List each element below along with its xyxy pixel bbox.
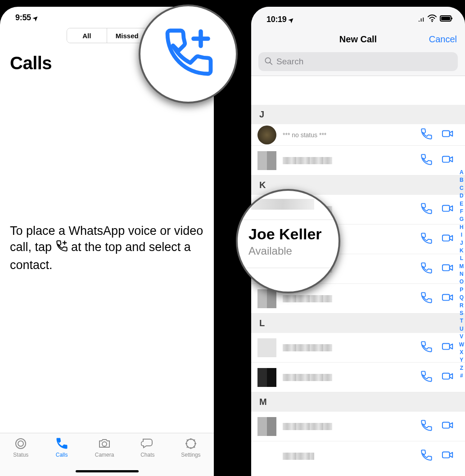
tab-settings[interactable]: Settings <box>181 437 200 458</box>
status-bar: 10:19 ➤ .ıl <box>251 7 465 29</box>
tab-status[interactable]: Status <box>13 437 28 458</box>
voice-call-icon[interactable] <box>420 128 433 142</box>
cancel-button[interactable]: Cancel <box>429 34 457 45</box>
index-letter[interactable]: P <box>460 286 463 294</box>
index-letter[interactable]: Y <box>460 356 463 364</box>
contact-row[interactable] <box>251 333 465 363</box>
voice-call-icon[interactable] <box>420 341 433 355</box>
avatar <box>257 368 276 387</box>
index-letter[interactable]: L <box>460 255 463 262</box>
index-letter[interactable]: B <box>460 176 464 184</box>
alphabet-index[interactable]: ABCDEFGHIJKLMNOPQRSTUVWXYZ# <box>459 169 464 380</box>
avatar <box>257 417 276 436</box>
home-indicator[interactable] <box>76 470 139 472</box>
contact-row[interactable] <box>251 363 465 392</box>
video-call-icon[interactable] <box>442 202 454 217</box>
voice-call-icon[interactable] <box>420 202 433 217</box>
tab-label: Status <box>13 452 28 458</box>
index-letter[interactable]: S <box>460 310 463 317</box>
contact-row[interactable] <box>251 441 465 471</box>
contact-name-redacted <box>251 199 314 210</box>
voice-call-icon[interactable] <box>420 419 433 434</box>
contact-row[interactable] <box>251 146 465 175</box>
avatar <box>257 289 276 308</box>
index-letter[interactable]: D <box>460 192 464 200</box>
tab-camera[interactable]: Camera <box>95 437 114 458</box>
index-letter[interactable]: H <box>460 224 464 231</box>
tab-label: Camera <box>95 452 114 458</box>
contact-name[interactable]: Joe Keller <box>248 225 322 243</box>
modal-title: New Call <box>339 34 377 45</box>
status-time: 10:19 <box>266 15 287 24</box>
battery-icon <box>440 13 453 26</box>
index-letter[interactable]: Z <box>460 364 463 372</box>
index-letter[interactable]: X <box>460 349 463 356</box>
index-letter[interactable]: A <box>460 169 464 176</box>
index-letter[interactable]: T <box>460 317 463 325</box>
index-letter[interactable]: O <box>460 278 464 286</box>
index-letter[interactable]: R <box>460 302 464 310</box>
index-letter[interactable]: M <box>459 263 464 270</box>
callout-contact: Joe Keller Available <box>236 189 340 293</box>
contact-row[interactable]: *** no status *** <box>251 124 465 146</box>
search-input[interactable]: Search <box>258 52 458 71</box>
contact-row[interactable] <box>251 412 465 441</box>
index-letter[interactable]: Q <box>460 294 464 301</box>
search-placeholder: Search <box>276 57 303 67</box>
video-call-icon[interactable] <box>442 262 454 276</box>
contact-name-redacted <box>283 453 314 460</box>
contact-name-redacted <box>283 344 332 351</box>
video-call-icon[interactable] <box>442 232 454 247</box>
index-letter[interactable]: # <box>460 372 463 380</box>
video-call-icon[interactable] <box>442 292 454 306</box>
avatar <box>257 338 276 357</box>
voice-call-icon[interactable] <box>420 153 433 168</box>
empty-state-help: To place a WhatsApp voice or video call,… <box>10 223 204 273</box>
section-header-l: L <box>251 314 465 333</box>
calls-filter-segmented[interactable]: All Missed <box>67 28 148 43</box>
tab-label: Chats <box>140 452 154 458</box>
voice-call-icon[interactable] <box>420 449 433 463</box>
video-call-icon[interactable] <box>442 341 454 355</box>
voice-call-icon[interactable] <box>420 292 433 306</box>
video-call-icon[interactable] <box>442 153 454 168</box>
voice-call-icon[interactable] <box>420 262 433 276</box>
index-letter[interactable]: F <box>460 208 463 216</box>
contact-name-redacted <box>283 423 332 430</box>
section-header-m: M <box>251 392 465 412</box>
index-letter[interactable]: G <box>460 216 464 223</box>
voice-call-icon[interactable] <box>420 232 433 247</box>
video-call-icon[interactable] <box>442 370 454 385</box>
avatar <box>257 126 276 144</box>
contact-name-redacted <box>283 374 332 381</box>
index-letter[interactable]: N <box>460 270 464 278</box>
video-call-icon[interactable] <box>442 449 454 463</box>
new-call-icon[interactable] <box>161 26 215 82</box>
tab-label: Settings <box>181 452 200 458</box>
location-arrow-icon: ➤ <box>31 13 40 22</box>
index-letter[interactable]: I <box>461 231 462 239</box>
index-letter[interactable]: C <box>460 184 464 192</box>
index-letter[interactable]: V <box>460 333 463 341</box>
tab-calls[interactable]: Calls <box>55 437 68 458</box>
index-letter[interactable]: U <box>460 325 464 333</box>
index-letter[interactable]: J <box>460 239 463 247</box>
avatar <box>257 151 276 170</box>
index-letter[interactable]: K <box>460 247 464 255</box>
segment-all[interactable]: All <box>67 28 108 43</box>
tab-label: Calls <box>56 452 68 458</box>
tab-chats[interactable]: Chats <box>140 437 154 458</box>
voice-call-icon[interactable] <box>420 370 433 385</box>
contact-status: *** no status *** <box>283 131 420 139</box>
index-letter[interactable]: E <box>460 200 463 208</box>
modal-header: 10:19 ➤ .ıl New Call Cancel Search <box>251 7 465 76</box>
tab-bar: Status Calls Camera Chats Settings <box>0 433 214 476</box>
new-call-icon <box>55 240 68 256</box>
index-letter[interactable]: W <box>459 341 464 349</box>
contact-name-redacted <box>283 295 332 302</box>
wifi-icon <box>427 13 437 26</box>
callout-new-call-icon <box>139 4 238 103</box>
location-arrow-icon: ➤ <box>287 15 296 24</box>
video-call-icon[interactable] <box>442 419 454 434</box>
video-call-icon[interactable] <box>442 128 454 142</box>
